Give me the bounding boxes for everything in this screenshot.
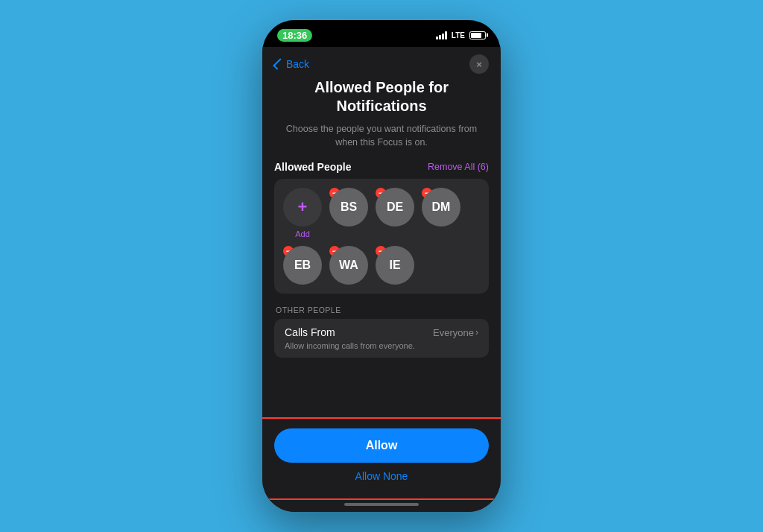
calls-from-row[interactable]: Calls From Everyone › Allow incoming cal… — [274, 319, 489, 358]
people-row-1: + Add − BS − — [283, 188, 480, 238]
back-label: Back — [286, 58, 309, 70]
avatar-eb: EB — [283, 246, 322, 285]
allow-button[interactable]: Allow — [274, 428, 489, 463]
screen-content: Back × Allowed People for Notifications … — [262, 47, 501, 512]
people-row-2: − EB − WA − — [283, 246, 480, 285]
status-bar: 18:36 LTE — [262, 20, 501, 47]
close-icon: × — [476, 60, 482, 69]
status-time: 18:36 — [277, 29, 312, 42]
add-label: Add — [295, 229, 310, 238]
calls-from-value-text: Everyone — [433, 327, 474, 338]
calls-from-desc: Allow incoming calls from everyone. — [285, 341, 478, 350]
calls-from-top: Calls From Everyone › — [285, 326, 478, 338]
person-eb: − EB — [283, 246, 322, 285]
people-grid: + Add − BS − — [274, 179, 489, 294]
page-title: Allowed People for Notifications — [274, 78, 489, 115]
person-bs: − BS — [329, 188, 368, 227]
phone-frame: 18:36 LTE Back × — [262, 20, 501, 512]
allow-none-button[interactable]: Allow None — [274, 470, 489, 482]
avatar-dm: DM — [422, 188, 460, 227]
other-people-section: OTHER PEOPLE Calls From Everyone › Allow… — [274, 305, 489, 358]
allowed-people-header: Allowed People Remove All (6) — [274, 161, 489, 173]
person-ie: − IE — [376, 246, 414, 285]
calls-from-value: Everyone › — [433, 327, 478, 338]
back-button[interactable]: Back — [274, 58, 309, 70]
chevron-right-icon: › — [475, 327, 478, 338]
person-de: − DE — [376, 188, 414, 227]
person-dm: − DM — [422, 188, 460, 227]
avatar-de: DE — [376, 188, 414, 227]
home-bar — [344, 503, 419, 506]
status-icons: LTE — [436, 31, 486, 39]
main-content: Allowed People for Notifications Choose … — [262, 78, 501, 419]
allowed-people-label: Allowed People — [274, 161, 351, 173]
nav-bar: Back × — [262, 47, 501, 78]
calls-from-label: Calls From — [285, 326, 335, 338]
battery-icon — [469, 31, 486, 39]
remove-all-button[interactable]: Remove All (6) — [428, 162, 489, 172]
signal-bars-icon — [436, 31, 447, 39]
add-person-item[interactable]: + Add — [283, 188, 322, 238]
add-plus-icon: + — [298, 199, 308, 215]
lte-label: LTE — [452, 31, 465, 39]
person-wa: − WA — [329, 246, 368, 285]
avatar-ie: IE — [376, 246, 414, 285]
back-chevron-icon — [273, 58, 285, 70]
page-subtitle: Choose the people you want notifications… — [274, 123, 489, 149]
avatar-bs: BS — [329, 188, 368, 227]
avatar-wa: WA — [329, 246, 368, 285]
add-avatar: + — [283, 188, 322, 227]
home-indicator — [262, 497, 501, 512]
other-people-label: OTHER PEOPLE — [274, 305, 489, 314]
bottom-actions: Allow Allow None — [262, 419, 501, 497]
close-button[interactable]: × — [469, 54, 489, 74]
